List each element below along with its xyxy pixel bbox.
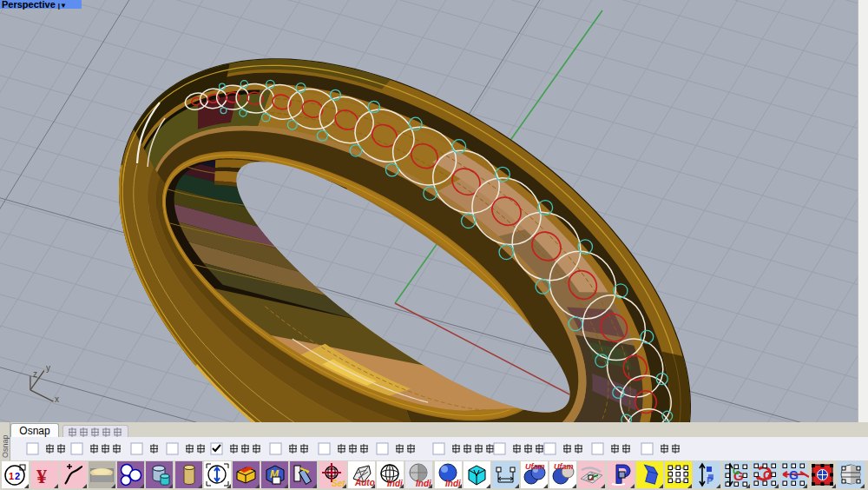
svg-text:1: 1 [9,471,14,481]
svg-text:G: G [763,468,773,482]
svg-text:2: 2 [15,471,20,481]
svg-text:Ufam: Ufam [554,462,574,471]
svg-text:Ufam: Ufam [525,462,545,471]
svg-text:Auto: Auto [354,478,375,487]
svg-text:z: z [33,369,37,379]
svg-text:P: P [707,475,713,486]
svg-text:Indi: Indi [387,479,403,488]
svg-text:¥: ¥ [36,465,47,487]
svg-text:x: x [55,394,59,404]
svg-text:G: G [789,468,799,482]
svg-text:Indi: Indi [416,479,431,488]
svg-text:y: y [46,363,50,373]
svg-text:Indi: Indi [445,479,461,488]
